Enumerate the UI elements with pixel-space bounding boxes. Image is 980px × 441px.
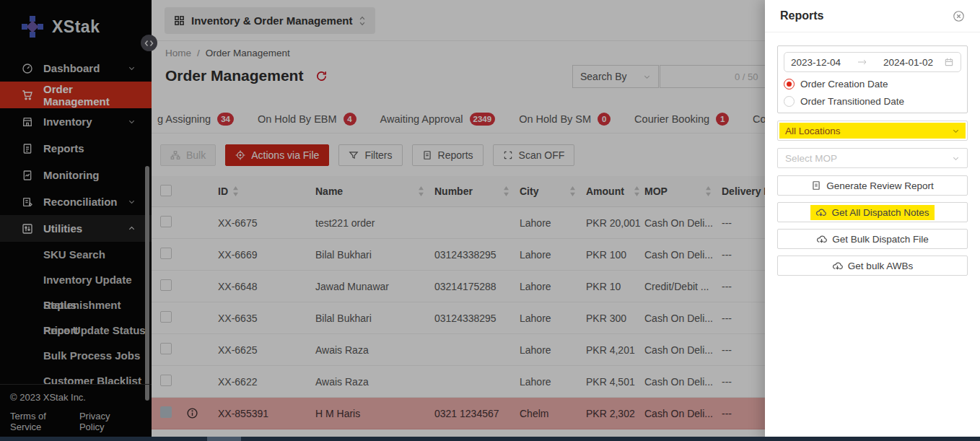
calendar-icon xyxy=(944,57,954,67)
highlighted-label: Get All Dispatch Notes xyxy=(810,205,934,220)
chevron-down-icon xyxy=(952,127,960,135)
close-icon[interactable] xyxy=(953,10,965,22)
drawer-mask[interactable] xyxy=(0,0,765,441)
get-all-dispatch-notes-button[interactable]: Get All Dispatch Notes xyxy=(777,202,968,222)
end-date[interactable]: 2024-01-02 xyxy=(883,57,933,68)
cloud-download-icon xyxy=(815,207,826,218)
radio-icon xyxy=(784,79,795,89)
radio-order-creation-date[interactable]: Order Creation Date xyxy=(784,79,961,89)
arrow-right-icon xyxy=(847,58,877,66)
cloud-download-icon xyxy=(816,234,827,245)
drawer-header: Reports xyxy=(765,0,980,32)
get-bulk-dispatch-file-button[interactable]: Get Bulk Dispatch File xyxy=(777,229,968,249)
location-select-value: All Locations xyxy=(785,126,841,136)
date-range-picker[interactable]: 2023-12-04 2024-01-02 xyxy=(784,52,961,72)
horizontal-scrollbar[interactable] xyxy=(0,437,980,441)
date-filter-card: 2023-12-04 2024-01-02 Order Creation Dat… xyxy=(777,45,968,113)
drawer-title: Reports xyxy=(780,9,823,22)
get-all-dispatch-notes-label: Get All Dispatch Notes xyxy=(831,207,929,218)
get-bulk-awbs-label: Get bulk AWBs xyxy=(848,261,913,271)
highlighted-value: All Locations xyxy=(779,123,966,139)
radio-order-transitioned-date[interactable]: Order Transitioned Date xyxy=(784,96,961,107)
reports-drawer: Reports 2023-12-04 2024-01-02 Order Crea… xyxy=(765,0,980,441)
file-text-icon xyxy=(811,180,821,191)
get-bulk-dispatch-file-label: Get Bulk Dispatch File xyxy=(832,234,929,245)
start-date[interactable]: 2023-12-04 xyxy=(791,57,841,68)
location-select[interactable]: All Locations xyxy=(777,121,968,141)
mop-select-placeholder: Select MOP xyxy=(785,153,837,164)
mop-select[interactable]: Select MOP xyxy=(777,148,968,168)
scrollbar-thumb[interactable] xyxy=(207,437,241,441)
generate-review-report-label: Generate Review Report xyxy=(826,180,934,191)
chevron-down-icon xyxy=(952,154,960,162)
radio-icon xyxy=(784,96,795,107)
get-bulk-awbs-button[interactable]: Get bulk AWBs xyxy=(777,256,968,276)
generate-review-report-button[interactable]: Generate Review Report xyxy=(777,175,968,196)
radio-label: Order Creation Date xyxy=(800,79,888,89)
drawer-body: 2023-12-04 2024-01-02 Order Creation Dat… xyxy=(765,32,980,295)
radio-label: Order Transitioned Date xyxy=(800,96,904,107)
cloud-download-icon xyxy=(832,261,843,271)
